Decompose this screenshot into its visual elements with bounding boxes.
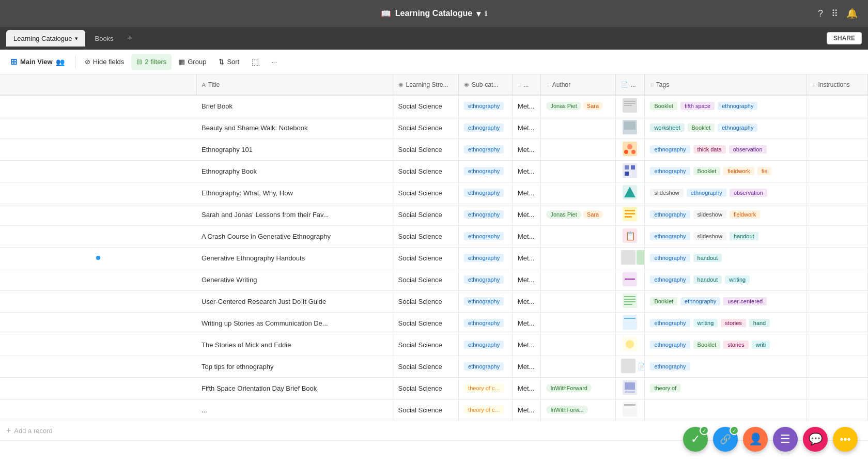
export-button[interactable]: ⬚ — [246, 54, 264, 70]
tag-chip: ethnography — [650, 341, 690, 349]
table-row[interactable]: Writing up Stories as Communication De..… — [0, 312, 868, 334]
row-indicator-cell — [0, 160, 196, 182]
author-chip: InWithForw... — [546, 406, 587, 414]
svg-point-7 — [627, 144, 632, 149]
title-cell[interactable]: A Crash Course in Generative Ethnography — [196, 225, 393, 247]
learning-stream-cell: Social Science — [393, 225, 459, 247]
tags-col-icon: ≡ — [650, 82, 653, 88]
fab-orange[interactable]: 👤 — [743, 427, 768, 452]
table-row[interactable]: Brief BookSocial ScienceethnographyMet..… — [0, 95, 868, 117]
tag-chip: user-centered — [723, 297, 767, 305]
fab-green[interactable]: ✓ ✓ — [683, 427, 708, 452]
table-row[interactable]: The Stories of Mick and EddieSocial Scie… — [0, 334, 868, 356]
col6-icon: 📄 — [621, 81, 628, 88]
table-row[interactable]: Fifth Space Orientation Day Brief BookSo… — [0, 377, 868, 399]
title-cell[interactable]: Ethnography: What, Why, How — [196, 182, 393, 204]
row-indicator-cell — [0, 334, 196, 356]
author-chip: Sara — [583, 102, 603, 110]
table-row[interactable]: Generative WritingSocial Scienceethnogra… — [0, 269, 868, 290]
col-header-col6[interactable]: 📄 ... — [615, 74, 645, 95]
sub-category-tag: theory of c... — [464, 384, 504, 392]
title-cell[interactable]: Brief Book — [196, 95, 393, 117]
title-cell[interactable]: Beauty and Shame Walk: Notebook — [196, 117, 393, 138]
fab-yellow[interactable]: ••• — [833, 427, 858, 452]
dropdown-arrow[interactable]: ▾ — [476, 9, 481, 19]
title-cell[interactable]: Generative Writing — [196, 269, 393, 290]
table-row[interactable]: ...Social Sciencetheory of c...Met...InW… — [0, 399, 868, 421]
share-button[interactable]: SHARE — [827, 32, 862, 44]
tag-chip: worksheet — [650, 124, 684, 132]
table-row[interactable]: Ethnography: What, Why, HowSocial Scienc… — [0, 182, 868, 204]
title-cell[interactable]: Top tips for ethnography — [196, 356, 393, 377]
tags-group: theory of — [650, 384, 801, 392]
table-row[interactable]: A Crash Course in Generative Ethnography… — [0, 225, 868, 247]
table-row[interactable]: Beauty and Shame Walk: NotebookSocial Sc… — [0, 117, 868, 138]
instructions-cell — [807, 225, 868, 247]
fab-pink[interactable]: 💬 — [803, 427, 828, 452]
hide-fields-button[interactable]: ⊘ Hide fields — [80, 54, 130, 70]
fab-blue[interactable]: 🔗 ✓ — [713, 427, 738, 452]
title-cell[interactable]: Sarah and Jonas' Lessons from their Fav.… — [196, 204, 393, 225]
tag-chip: theory of — [650, 384, 680, 392]
table-row[interactable]: User-Centered Research Just Do It GuideS… — [0, 290, 868, 312]
title-cell[interactable]: Writing up Stories as Communication De..… — [196, 312, 393, 334]
tab-books[interactable]: Books — [87, 30, 120, 47]
author-cell — [541, 182, 615, 204]
table-row[interactable]: Generative Ethnography HandoutsSocial Sc… — [0, 247, 868, 269]
table-row[interactable]: Ethnography BookSocial Scienceethnograph… — [0, 160, 868, 182]
tab-label: Books — [95, 35, 113, 42]
tags-cell: ethnographyhandout — [645, 247, 807, 269]
filters-button[interactable]: ⊟ 2 filters — [131, 54, 172, 70]
tab-dropdown-icon[interactable]: ▾ — [75, 35, 78, 42]
title-cell[interactable]: Generative Ethnography Handouts — [196, 247, 393, 269]
col-header-col4[interactable]: ≡ ... — [512, 74, 541, 95]
col-header-instructions[interactable]: ≡ Instructions — [807, 74, 868, 95]
svg-point-9 — [631, 150, 636, 154]
col-header-learning-stream[interactable]: ◉ Learning Stre... — [393, 74, 459, 95]
col-header-author[interactable]: ≡ Author — [541, 74, 615, 95]
tag-chip: writing — [693, 319, 718, 327]
tag-chip: handout — [730, 232, 758, 240]
title-cell[interactable]: ... — [196, 399, 393, 421]
group-button[interactable]: ▦ Group — [174, 54, 211, 70]
top-bar: 📖 Learning Catalogue ▾ ℹ ? ⠿ 🔔 — [0, 0, 868, 27]
learning-stream-cell: Social Science — [393, 290, 459, 312]
col4-cell: Met... — [512, 204, 541, 225]
info-icon[interactable]: ℹ — [485, 10, 487, 18]
fab-purple[interactable]: ☰ — [773, 427, 798, 452]
table-row[interactable]: Top tips for ethnographySocial Scienceet… — [0, 356, 868, 377]
row-indicator-cell — [0, 399, 196, 421]
title-cell[interactable]: Fifth Space Orientation Day Brief Book — [196, 377, 393, 399]
add-tab-button[interactable]: + — [123, 31, 137, 45]
thumbnail-cell — [615, 117, 645, 138]
table-row[interactable]: Ethnography 101Social Scienceethnography… — [0, 138, 868, 160]
subcat-col-icon: ◉ — [464, 81, 469, 88]
title-cell[interactable]: Ethnography Book — [196, 160, 393, 182]
tab-learning-catalogue[interactable]: Learning Catalogue ▾ — [6, 30, 85, 47]
col-header-sub-category[interactable]: ◉ Sub-cat... — [459, 74, 513, 95]
title-cell[interactable]: User-Centered Research Just Do It Guide — [196, 290, 393, 312]
tag-chip: handout — [693, 254, 722, 262]
sub-category-tag: ethnography — [464, 319, 504, 327]
apps-icon[interactable]: ⠿ — [831, 8, 838, 19]
thumbnail-cell — [615, 182, 645, 204]
col-header-title[interactable]: A Title — [196, 74, 393, 95]
help-icon[interactable]: ? — [818, 8, 823, 19]
notifications-icon[interactable]: 🔔 — [846, 8, 858, 19]
table-row[interactable]: Sarah and Jonas' Lessons from their Fav.… — [0, 204, 868, 225]
tag-chip: ethnography — [718, 102, 757, 110]
svg-rect-22 — [621, 250, 636, 265]
col-header-tags[interactable]: ≡ Tags — [645, 74, 807, 95]
more-options-button[interactable]: ··· — [266, 54, 282, 70]
title-cell[interactable]: The Stories of Mick and Eddie — [196, 334, 393, 356]
sub-category-tag: ethnography — [464, 167, 504, 175]
tab-bar: Learning Catalogue ▾ Books + SHARE — [0, 27, 868, 50]
sub-category-tag: ethnography — [464, 232, 504, 240]
title-cell[interactable]: Ethnography 101 — [196, 138, 393, 160]
instructions-cell — [807, 117, 868, 138]
tag-chip: writi — [752, 341, 770, 349]
instructions-cell — [807, 138, 868, 160]
tags-cell: ethnographyslideshowfieldwork — [645, 204, 807, 225]
sort-button[interactable]: ⇅ Sort — [213, 54, 244, 70]
svg-rect-41 — [624, 404, 636, 406]
